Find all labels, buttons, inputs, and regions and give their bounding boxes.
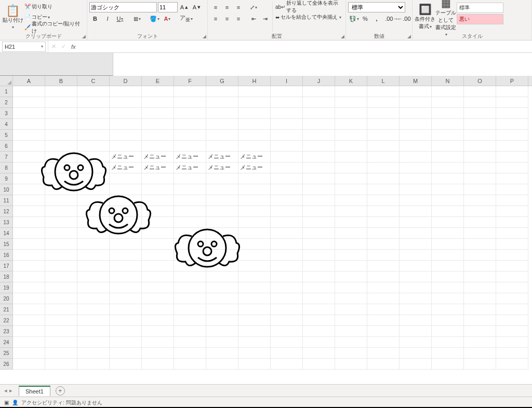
cell-H4[interactable]: [238, 119, 271, 130]
cell-P22[interactable]: [496, 315, 528, 326]
cell-J1[interactable]: [303, 86, 335, 97]
cell-L25[interactable]: [367, 348, 400, 359]
cell-D10[interactable]: [110, 184, 142, 195]
cell-L15[interactable]: [367, 239, 400, 250]
cell-J19[interactable]: [303, 282, 335, 293]
format-as-table-button[interactable]: ▦ テーブルとして 書式設定: [435, 1, 456, 32]
cell-O16[interactable]: [464, 250, 496, 261]
cell-F26[interactable]: [174, 359, 206, 370]
decrease-decimal-button[interactable]: ←.00: [398, 13, 410, 24]
cell-H20[interactable]: [238, 293, 271, 304]
cell-E8[interactable]: メニュー: [142, 162, 174, 173]
cell-C2[interactable]: [77, 97, 110, 108]
cell-P10[interactable]: [496, 184, 528, 195]
cell-H9[interactable]: [238, 173, 271, 184]
phonetic-button[interactable]: ア亜: [179, 13, 194, 24]
cell-E22[interactable]: [142, 315, 174, 326]
cell-D13[interactable]: [110, 217, 142, 228]
cell-K20[interactable]: [335, 293, 367, 304]
cell-K18[interactable]: [335, 271, 367, 282]
fx-icon[interactable]: fx: [71, 44, 76, 50]
cell-P6[interactable]: [496, 141, 528, 152]
cell-J8[interactable]: [303, 162, 335, 173]
accounting-format-button[interactable]: 💱: [348, 13, 360, 24]
cell-K11[interactable]: [335, 195, 367, 206]
cell-A2[interactable]: [13, 97, 45, 108]
cell-M4[interactable]: [400, 119, 432, 130]
cell-D15[interactable]: [110, 239, 142, 250]
cell-H15[interactable]: [238, 239, 271, 250]
cell-A20[interactable]: [13, 293, 45, 304]
cell-N5[interactable]: [432, 130, 464, 141]
cell-A11[interactable]: [13, 195, 45, 206]
cell-P13[interactable]: [496, 217, 528, 228]
cell-J20[interactable]: [303, 293, 335, 304]
cell-M14[interactable]: [400, 228, 432, 239]
cell-A5[interactable]: [13, 130, 45, 141]
cell-I15[interactable]: [271, 239, 303, 250]
cell-D11[interactable]: [110, 195, 142, 206]
cell-G3[interactable]: [206, 108, 238, 119]
cell-O23[interactable]: [464, 326, 496, 337]
cell-D2[interactable]: [110, 97, 142, 108]
cell-J15[interactable]: [303, 239, 335, 250]
cell-E3[interactable]: [142, 108, 174, 119]
cell-B3[interactable]: [45, 108, 77, 119]
cell-E15[interactable]: [142, 239, 174, 250]
cell-I24[interactable]: [271, 337, 303, 348]
cell-B22[interactable]: [45, 315, 77, 326]
cell-D14[interactable]: [110, 228, 142, 239]
cell-N19[interactable]: [432, 282, 464, 293]
row-header-13[interactable]: 13: [0, 217, 12, 228]
column-header-J[interactable]: J: [303, 76, 335, 86]
cell-L8[interactable]: [367, 162, 400, 173]
cell-B12[interactable]: [45, 206, 77, 217]
cell-N26[interactable]: [432, 359, 464, 370]
cell-J25[interactable]: [303, 348, 335, 359]
cell-G9[interactable]: [206, 173, 238, 184]
row-header-24[interactable]: 24: [0, 337, 12, 348]
cell-E23[interactable]: [142, 326, 174, 337]
cell-D25[interactable]: [110, 348, 142, 359]
cell-G5[interactable]: [206, 130, 238, 141]
cell-K9[interactable]: [335, 173, 367, 184]
cell-O17[interactable]: [464, 261, 496, 271]
cell-P2[interactable]: [496, 97, 528, 108]
cell-F11[interactable]: [174, 195, 206, 206]
cell-F15[interactable]: [174, 239, 206, 250]
cell-C8[interactable]: [77, 162, 110, 173]
underline-button[interactable]: U: [114, 13, 126, 24]
cell-H8[interactable]: メニュー: [238, 162, 271, 173]
cell-B18[interactable]: [45, 271, 77, 282]
cell-A25[interactable]: [13, 348, 45, 359]
enter-formula-button[interactable]: ✓: [61, 43, 66, 50]
cell-O22[interactable]: [464, 315, 496, 326]
cell-H14[interactable]: [238, 228, 271, 239]
cell-P26[interactable]: [496, 359, 528, 370]
cell-N10[interactable]: [432, 184, 464, 195]
cell-E25[interactable]: [142, 348, 174, 359]
cell-N21[interactable]: [432, 304, 464, 315]
cell-I9[interactable]: [271, 173, 303, 184]
cell-H25[interactable]: [238, 348, 271, 359]
cell-G22[interactable]: [206, 315, 238, 326]
paste-button[interactable]: 📋 貼り付け: [2, 1, 23, 32]
cell-B11[interactable]: [45, 195, 77, 206]
cell-B5[interactable]: [45, 130, 77, 141]
cell-K4[interactable]: [335, 119, 367, 130]
cell-E19[interactable]: [142, 282, 174, 293]
cell-F9[interactable]: [174, 173, 206, 184]
cell-L23[interactable]: [367, 326, 400, 337]
cell-I23[interactable]: [271, 326, 303, 337]
font-size-input[interactable]: [158, 2, 178, 12]
row-header-2[interactable]: 2: [0, 97, 12, 108]
cell-I8[interactable]: [271, 162, 303, 173]
cell-L17[interactable]: [367, 261, 400, 271]
cell-D20[interactable]: [110, 293, 142, 304]
cell-H1[interactable]: [238, 86, 271, 97]
record-macro-icon[interactable]: ▣: [4, 400, 9, 405]
row-header-11[interactable]: 11: [0, 195, 12, 206]
cell-G23[interactable]: [206, 326, 238, 337]
column-header-M[interactable]: M: [400, 76, 432, 86]
cell-A15[interactable]: [13, 239, 45, 250]
